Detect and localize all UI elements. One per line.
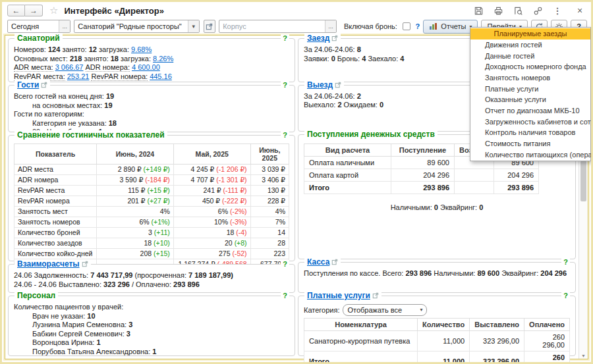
menu-item[interactable]: Количество питающихся (оперативное) (470, 149, 590, 160)
value-link[interactable]: 253.21 (67, 72, 90, 80)
settlements-link[interactable]: Взаиморасчеты (17, 259, 80, 269)
table-row: Итого11,000323 296,00260 296,00 (304, 351, 570, 364)
table-cell: 228 ₽ (250, 196, 289, 207)
panel-settlements: Взаиморасчеты ? 24.06 Задолженность: 7 4… (8, 264, 295, 293)
indicator-name: ADR номера (14, 175, 97, 186)
sanatorium-open-icon[interactable] (204, 20, 216, 33)
period-field[interactable]: Сегодня ... (7, 20, 71, 33)
sanatorium-combo[interactable]: Санаторий "Родные просторы" ▾ (74, 20, 199, 33)
table-cell: 20 (+8) (173, 238, 250, 249)
menu-item[interactable]: Занятость номеров (470, 72, 590, 84)
back-button[interactable]: ← (7, 5, 25, 16)
guests-link[interactable]: Гости (17, 80, 39, 90)
goto-icon[interactable] (41, 82, 47, 88)
goto-icon[interactable] (335, 82, 341, 88)
link-icon[interactable] (532, 5, 544, 16)
text-line: Порубова Татьяна Александровна: 1 (14, 348, 289, 357)
help-icon[interactable]: ? (281, 81, 289, 89)
menu-item[interactable]: Оказанные услуги (470, 94, 590, 105)
goto-icon[interactable] (372, 292, 379, 299)
help-icon[interactable]: ? (561, 258, 570, 266)
help-icon[interactable]: ? (281, 34, 289, 42)
column-header: Выставлено (470, 318, 524, 330)
korpus-field[interactable]: Корпус ... (219, 20, 337, 33)
goto-icon[interactable] (82, 261, 88, 267)
print-icon[interactable] (492, 5, 504, 16)
text-line: Воронцова Ирина: 1 (14, 338, 289, 348)
nav-buttons: ← → (7, 5, 43, 16)
close-icon[interactable]: × (574, 5, 586, 16)
panel-title-staff: Персонал (14, 291, 58, 300)
text-segment: 293 896 (405, 269, 432, 277)
column-header: Май, 2025 (173, 144, 250, 165)
table-cell: 204 296 (391, 169, 455, 181)
save-icon[interactable] (472, 5, 484, 16)
delta-value: (+15 ₽) (147, 186, 169, 194)
menu-item[interactable]: Планируемые заезды (470, 28, 590, 39)
text-segment: Номеров: (14, 45, 46, 53)
help-icon[interactable]: ? (281, 131, 289, 139)
include-booking-help-link[interactable]: ? (416, 22, 420, 30)
app-window: ← → ☆ Интерфейс «Директор» ⋮ × Сегодня . (0, 0, 593, 364)
text-line: RevPAR места: 253.21 RevPAR номера: 445.… (14, 72, 289, 82)
include-booking-label: Включая бронь: (344, 22, 397, 30)
text-segment: 1 (152, 348, 156, 355)
reports-menu: Планируемые заездыДвижения гостейДанные … (470, 27, 591, 161)
help-icon[interactable]: ? (281, 292, 289, 299)
menu-item[interactable]: Данные гостей (470, 50, 590, 61)
value-link[interactable]: 9.68% (131, 45, 152, 53)
delta-value: (+15) (154, 249, 170, 257)
period-chooser-button[interactable]: ... (59, 20, 70, 32)
menu-item[interactable]: Платные услуги (470, 83, 590, 94)
panel-guests: Гости ? Всего гостей на конец дня: 19на … (8, 85, 295, 132)
value-link[interactable]: 4 600.00 (132, 63, 160, 71)
sanatorium-dropdown-button[interactable]: ▾ (188, 20, 199, 32)
panel-title-departure: Выезд (304, 80, 344, 90)
menu-item[interactable]: Загруженность кабинетов и сотрудников (470, 116, 590, 127)
include-booking-checkbox[interactable] (403, 22, 410, 30)
departure-link[interactable]: Выезд (307, 80, 333, 90)
panel-title-comparison: Сравнение гостиничных показателей (14, 130, 167, 140)
korpus-chooser-button[interactable]: ... (325, 20, 336, 32)
arrival-link[interactable]: Заезд (307, 34, 329, 43)
help-icon[interactable]: ? (561, 292, 570, 299)
menu-item[interactable]: Стоимость питания (470, 138, 590, 149)
cashdesk-link[interactable]: Касса (307, 257, 329, 267)
favorites-star-icon[interactable]: ☆ (49, 5, 58, 16)
text-segment: загрузка: (99, 45, 129, 53)
menu-item[interactable]: Доходность номерного фонда (470, 61, 590, 72)
table-cell (455, 181, 494, 194)
text-segment: 4 (400, 55, 404, 63)
text-segment: 0 (479, 203, 483, 211)
value-link[interactable]: 8.26% (153, 55, 173, 63)
scrollbar-down-arrow[interactable]: ▼ (579, 353, 588, 358)
row-name: Итого (304, 181, 391, 194)
value-link[interactable]: 445.16 (150, 72, 172, 80)
help-icon[interactable]: ? (281, 260, 289, 268)
table-row: RevPAR номера201 ₽ (+27 ₽)450 ₽ (-222 ₽)… (14, 196, 289, 207)
delta-value: (+10) (154, 239, 170, 247)
text-segment: 7 189 187,99) (188, 271, 233, 279)
forward-button[interactable]: → (25, 5, 43, 16)
menu-item[interactable]: Отчет по диагнозам МКБ-10 (470, 105, 590, 117)
indicator-name: Количество броней (14, 228, 97, 238)
menu-item[interactable]: Контроль наличия товаров (470, 127, 590, 138)
table-cell: 4% (97, 207, 174, 217)
text-segment: 1 (96, 338, 100, 346)
preview-icon[interactable] (512, 5, 524, 16)
table-row: RevPAR места115 ₽ (+15 ₽)241 ₽ (-111 ₽)1… (14, 186, 289, 196)
table-cell: 208 (+15) (97, 249, 174, 259)
column-header: Количество (418, 318, 470, 330)
more-icon[interactable]: ⋮ (551, 5, 563, 16)
services-link[interactable]: Платные услуги (307, 291, 370, 300)
goto-icon[interactable] (331, 35, 338, 41)
scrollbar-thumb[interactable] (580, 161, 586, 201)
value-link[interactable]: 3 066.67 (55, 63, 84, 71)
category-select[interactable]: Отображать все ▾ (343, 304, 427, 316)
table-cell: 450 ₽ (-222 ₽) (173, 196, 250, 207)
text-line: Всего гостей на конец дня: 19 (14, 92, 289, 101)
panel-title-arrival: Заезд (304, 34, 341, 43)
goto-icon[interactable] (331, 259, 338, 265)
menu-item[interactable]: Движения гостей (470, 39, 590, 51)
text-segment: RevPAR номера: (91, 72, 148, 81)
